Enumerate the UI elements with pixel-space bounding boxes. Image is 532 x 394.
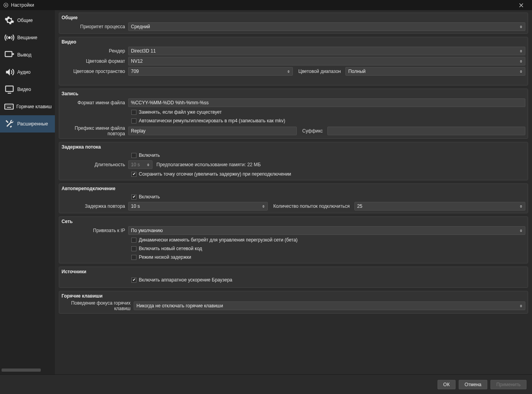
remux-checkbox[interactable]: [131, 118, 136, 123]
color-space-select[interactable]: 709: [128, 67, 293, 76]
retry-delay-label: Задержка повтора: [62, 203, 128, 209]
chevron-updown-icon: [518, 57, 524, 65]
process-priority-label: Приоритет процесса: [62, 24, 128, 29]
broadcast-icon: [3, 31, 16, 44]
color-range-label: Цветовой диапазон: [295, 69, 343, 74]
output-icon: [3, 49, 16, 61]
suffix-input[interactable]: [327, 127, 525, 135]
group-title: Источники: [59, 267, 528, 276]
chevron-updown-icon: [145, 161, 151, 169]
replay-prefix-input[interactable]: Replay: [128, 127, 297, 135]
delay-preserve-label[interactable]: Сохранить точку отсечки (увеличить задер…: [139, 171, 291, 177]
group-title: Задержка потока: [59, 142, 528, 151]
close-button[interactable]: [513, 0, 529, 10]
sidebar: Общие Вещание Вывод Аудио Видео: [0, 10, 55, 374]
delay-enable-label[interactable]: Включить: [139, 153, 160, 158]
renderer-label: Рендер: [62, 48, 128, 54]
group-reconnect: Автопереподключение Включить Задержка по…: [59, 183, 528, 213]
chevron-updown-icon: [518, 67, 524, 75]
retry-delay-spinner[interactable]: 10 s: [128, 202, 268, 211]
hotkey-focus-label: Поведение фокуса горячих клавиш: [62, 300, 134, 311]
color-range-select[interactable]: Полный: [345, 67, 525, 76]
chevron-updown-icon: [261, 202, 266, 210]
sidebar-item-audio[interactable]: Аудио: [0, 64, 55, 81]
remux-label[interactable]: Автоматически ремультиплексировать в mp4…: [139, 118, 285, 123]
max-retries-label: Количество попыток подключиться: [270, 203, 352, 209]
group-title: Сеть: [59, 217, 528, 225]
sidebar-item-label: Вывод: [17, 52, 31, 58]
sidebar-item-label: Вещание: [17, 35, 37, 40]
group-stream-delay: Задержка потока Включить Длительность 10…: [59, 142, 528, 180]
delay-duration-spinner[interactable]: 10 s: [128, 160, 153, 169]
delay-duration-label: Длительность: [62, 162, 128, 167]
apply-button[interactable]: Применить: [490, 380, 527, 389]
delay-preserve-checkbox[interactable]: [131, 172, 136, 177]
content-area: Общие Приоритет процесса Средний Видео Р…: [55, 10, 532, 374]
sidebar-item-label: Видео: [17, 87, 31, 92]
sidebar-item-label: Общие: [17, 18, 33, 23]
replay-prefix-label: Префикс имени файла повтора: [62, 125, 128, 136]
group-title: Горячие клавиши: [59, 291, 528, 300]
filename-format-label: Формат имени файла: [62, 100, 128, 105]
bind-ip-select[interactable]: По умолчанию: [128, 226, 525, 235]
chevron-updown-icon: [518, 202, 524, 210]
new-net-checkbox[interactable]: [131, 246, 136, 251]
tools-icon: [3, 118, 16, 130]
group-title: Видео: [59, 37, 528, 46]
sidebar-item-general[interactable]: Общие: [0, 12, 55, 29]
cancel-button[interactable]: Отмена: [459, 380, 487, 389]
group-title: Автопереподключение: [59, 184, 528, 192]
svg-rect-3: [5, 51, 12, 56]
dynamic-bitrate-checkbox[interactable]: [131, 238, 136, 243]
hotkey-focus-select[interactable]: Никогда не отключать горячие клавиши: [134, 301, 525, 310]
video-icon: [3, 83, 16, 96]
sidebar-item-label: Горячие клавиши: [16, 104, 52, 109]
sidebar-item-advanced[interactable]: Расширенные: [0, 115, 55, 133]
chevron-updown-icon: [286, 67, 291, 75]
browser-hw-checkbox[interactable]: [131, 278, 136, 283]
new-net-label[interactable]: Включить новый сетевой код: [139, 246, 202, 251]
group-network: Сеть Привязать к IP По умолчанию Динамич…: [59, 216, 528, 263]
ok-button[interactable]: ОК: [438, 380, 456, 389]
svg-rect-4: [5, 86, 13, 91]
overwrite-label[interactable]: Заменять, если файл уже существует: [139, 109, 222, 115]
group-title: Запись: [59, 89, 528, 98]
reconnect-enable-checkbox[interactable]: [131, 194, 136, 200]
delay-enable-checkbox[interactable]: [131, 153, 136, 158]
process-priority-select[interactable]: Средний: [128, 22, 525, 31]
sidebar-item-output[interactable]: Вывод: [0, 46, 55, 64]
group-title: Общие: [59, 13, 528, 22]
sidebar-item-stream[interactable]: Вещание: [0, 29, 55, 46]
sidebar-item-label: Аудио: [17, 69, 31, 75]
window-title: Настройки: [11, 2, 34, 8]
group-video: Видео Рендер Direct3D 11 Цветовой формат…: [59, 37, 528, 85]
low-latency-checkbox[interactable]: [131, 255, 136, 260]
group-general: Общие Приоритет процесса Средний: [59, 13, 528, 34]
overwrite-checkbox[interactable]: [131, 110, 136, 115]
chevron-updown-icon: [518, 47, 524, 55]
sidebar-item-hotkeys[interactable]: Горячие клавиши: [0, 98, 55, 115]
sidebar-scrollbar[interactable]: [0, 367, 55, 373]
filename-format-input[interactable]: %CCYY-%MM-%DD %hh-%mm-%ss: [128, 98, 525, 107]
chevron-updown-icon: [518, 23, 524, 31]
titlebar: Настройки: [0, 0, 532, 10]
dynamic-bitrate-label[interactable]: Динамически изменять битрейт для управле…: [139, 237, 298, 243]
max-retries-spinner[interactable]: 25: [354, 202, 525, 211]
browser-hw-label[interactable]: Включить аппаратное ускорение Браузера: [139, 277, 232, 283]
renderer-select[interactable]: Direct3D 11: [128, 47, 525, 55]
svg-rect-5: [5, 104, 13, 109]
color-format-label: Цветовой формат: [62, 58, 128, 64]
low-latency-label[interactable]: Режим низкой задержки: [139, 254, 191, 260]
group-recording: Запись Формат имени файла %CCYY-%MM-%DD …: [59, 89, 528, 139]
chevron-updown-icon: [518, 227, 524, 234]
group-sources: Источники Включить аппаратное ускорение …: [59, 267, 528, 288]
bind-ip-label: Привязать к IP: [62, 228, 128, 233]
sidebar-item-label: Расширенные: [17, 121, 48, 127]
reconnect-enable-label[interactable]: Включить: [139, 194, 160, 200]
color-space-label: Цветовое пространство: [62, 69, 128, 74]
svg-point-1: [5, 4, 7, 6]
color-format-select[interactable]: NV12: [128, 57, 525, 65]
footer: ОК Отмена Применить: [0, 374, 532, 394]
gear-icon: [3, 14, 16, 27]
sidebar-item-video[interactable]: Видео: [0, 81, 55, 98]
